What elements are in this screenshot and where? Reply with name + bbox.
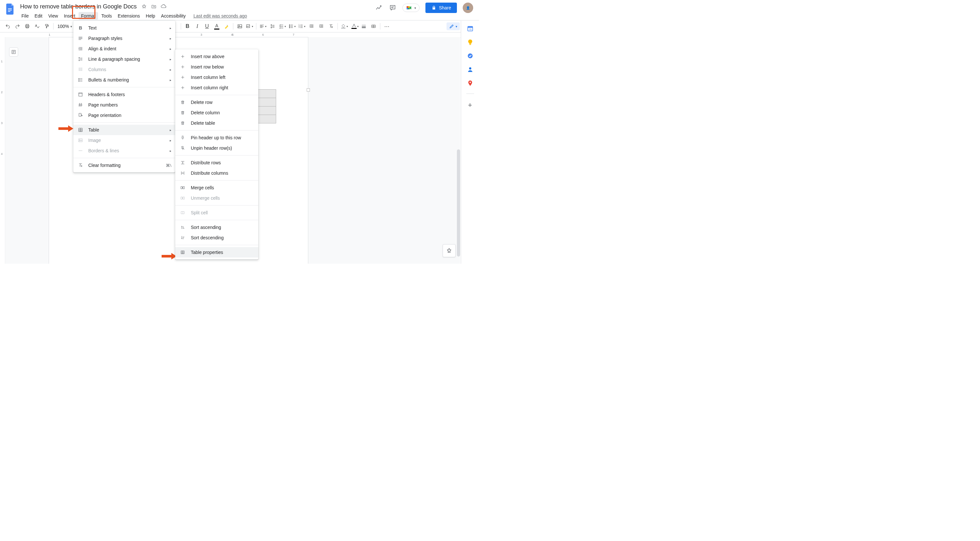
keep-app-icon[interactable] — [467, 39, 473, 45]
menu-label: Line & paragraph spacing — [88, 56, 140, 62]
image-icon — [77, 137, 84, 144]
submenu-arrow-icon: ▸ — [170, 26, 171, 30]
unpin-header-item[interactable]: Unpin header row(s) — [175, 143, 258, 153]
menu-label: Insert row below — [191, 64, 224, 70]
pin-header-item[interactable]: Pin header up to this row — [175, 132, 258, 143]
format-headers-footers-item[interactable]: Headers & footers — [73, 89, 175, 100]
format-line-spacing-item[interactable]: Line & paragraph spacing ▸ — [73, 54, 175, 64]
editing-mode-button[interactable]: ▾ — [447, 22, 460, 30]
delete-row-item[interactable]: Delete row — [175, 97, 258, 107]
menu-format[interactable]: Format — [78, 12, 98, 20]
format-text-item[interactable]: B Text ▸ — [73, 23, 175, 33]
meet-button[interactable]: ▾ — [402, 3, 420, 12]
checklist-button[interactable]: ▾ — [278, 22, 287, 31]
insert-image-dropdown[interactable]: ▾ — [245, 22, 254, 31]
format-columns-item: Columns ▸ — [73, 64, 175, 75]
vertical-ruler[interactable]: 1 2 3 4 — [0, 37, 5, 264]
format-clear-formatting-item[interactable]: Clear formatting ⌘\ — [73, 160, 175, 171]
numbered-list-button[interactable]: 123▾ — [297, 22, 306, 31]
insert-row-above-item[interactable]: Insert row above — [175, 51, 258, 62]
maps-app-icon[interactable] — [467, 80, 473, 86]
print-button[interactable] — [23, 22, 32, 31]
table-properties-item[interactable]: Table properties — [175, 247, 258, 257]
merge-cells-item[interactable]: Merge cells — [175, 182, 258, 193]
border-color-button[interactable]: ▾ — [350, 22, 359, 31]
svg-text:3: 3 — [299, 27, 299, 28]
cloud-saved-icon[interactable] — [161, 3, 167, 10]
menu-file[interactable]: File — [19, 12, 32, 20]
menu-tools[interactable]: Tools — [99, 12, 115, 20]
italic-button[interactable]: I — [193, 22, 202, 31]
undo-button[interactable] — [3, 22, 12, 31]
add-addon-button[interactable]: + — [468, 101, 472, 109]
delete-column-item[interactable]: Delete column — [175, 107, 258, 118]
menu-view[interactable]: View — [46, 12, 61, 20]
menu-label: Page orientation — [88, 113, 121, 118]
format-page-orientation-item[interactable]: Page orientation — [73, 110, 175, 120]
insert-row-below-item[interactable]: Insert row below — [175, 62, 258, 72]
paint-format-button[interactable] — [42, 22, 51, 31]
distribute-columns-item[interactable]: Distribute columns — [175, 168, 258, 178]
menu-insert[interactable]: Insert — [61, 12, 78, 20]
svg-rect-35 — [469, 44, 471, 45]
contacts-app-icon[interactable] — [467, 66, 473, 73]
explore-button[interactable] — [442, 244, 456, 257]
border-width-button[interactable] — [359, 22, 368, 31]
insert-column-left-item[interactable]: Insert column left — [175, 72, 258, 83]
format-page-numbers-item[interactable]: Page numbers — [73, 100, 175, 110]
menu-label: Distribute rows — [191, 160, 221, 165]
format-align-indent-item[interactable]: Align & indent ▸ — [73, 43, 175, 54]
tasks-app-icon[interactable] — [467, 53, 473, 59]
bulleted-list-button[interactable]: ▾ — [288, 22, 297, 31]
zoom-select[interactable]: 100% — [56, 24, 74, 29]
align-button[interactable]: ▾ — [258, 22, 267, 31]
format-table-item[interactable]: Table ▸ — [73, 125, 175, 135]
decrease-indent-button[interactable] — [307, 22, 316, 31]
clear-formatting-button[interactable] — [326, 22, 336, 31]
delete-table-item[interactable]: Delete table — [175, 118, 258, 128]
line-spacing-button[interactable] — [268, 22, 277, 31]
increase-indent-button[interactable] — [317, 22, 326, 31]
activity-icon[interactable] — [375, 4, 383, 12]
comments-icon[interactable] — [389, 4, 396, 12]
format-bullets-numbering-item[interactable]: Bullets & numbering ▸ — [73, 75, 175, 85]
menu-label: Borders & lines — [88, 148, 119, 153]
trash-icon — [180, 99, 186, 105]
plus-icon — [180, 85, 186, 91]
document-title[interactable]: How to remove table borders in Google Do… — [19, 3, 138, 11]
redo-button[interactable] — [13, 22, 22, 31]
document-outline-button[interactable] — [9, 48, 18, 56]
calendar-app-icon[interactable]: 31 — [467, 26, 473, 32]
menu-accessibility[interactable]: Accessibility — [158, 12, 188, 20]
border-dash-button[interactable] — [369, 22, 378, 31]
fill-color-button[interactable]: ▾ — [340, 22, 349, 31]
sort-descending-item[interactable]: Sort descending — [175, 233, 258, 243]
ruler-tick: 1 — [1, 60, 3, 63]
menu-help[interactable]: Help — [143, 12, 158, 20]
vertical-scrollbar[interactable] — [457, 149, 460, 257]
share-button[interactable]: Share — [425, 3, 457, 13]
move-folder-icon[interactable] — [151, 3, 157, 10]
docs-file-icon — [6, 3, 14, 14]
highlight-button[interactable] — [222, 22, 231, 31]
spellcheck-button[interactable] — [32, 22, 41, 31]
unmerge-cells-item: Unmerge cells — [175, 193, 258, 203]
menu-label: Table properties — [191, 250, 223, 255]
format-paragraph-styles-item[interactable]: Paragraph styles ▸ — [73, 33, 175, 43]
distribute-rows-item[interactable]: Distribute rows — [175, 158, 258, 168]
text-color-button[interactable]: A — [212, 22, 221, 31]
last-edit-link[interactable]: Last edit was seconds ago — [193, 13, 247, 19]
menu-extensions[interactable]: Extensions — [115, 12, 142, 20]
star-icon[interactable] — [141, 3, 147, 10]
underline-button[interactable]: U — [202, 22, 212, 31]
sort-ascending-item[interactable]: Sort ascending — [175, 222, 258, 233]
account-avatar[interactable]: 👤 — [463, 3, 473, 13]
bold-button[interactable]: B — [183, 22, 192, 31]
insert-column-right-item[interactable]: Insert column right — [175, 83, 258, 93]
menu-edit[interactable]: Edit — [32, 12, 45, 20]
insert-image-button[interactable] — [235, 22, 244, 31]
docs-logo[interactable] — [4, 3, 17, 16]
table-column-handle[interactable] — [307, 88, 310, 92]
svg-point-18 — [78, 78, 79, 79]
more-button[interactable]: ⋯ — [382, 22, 391, 31]
